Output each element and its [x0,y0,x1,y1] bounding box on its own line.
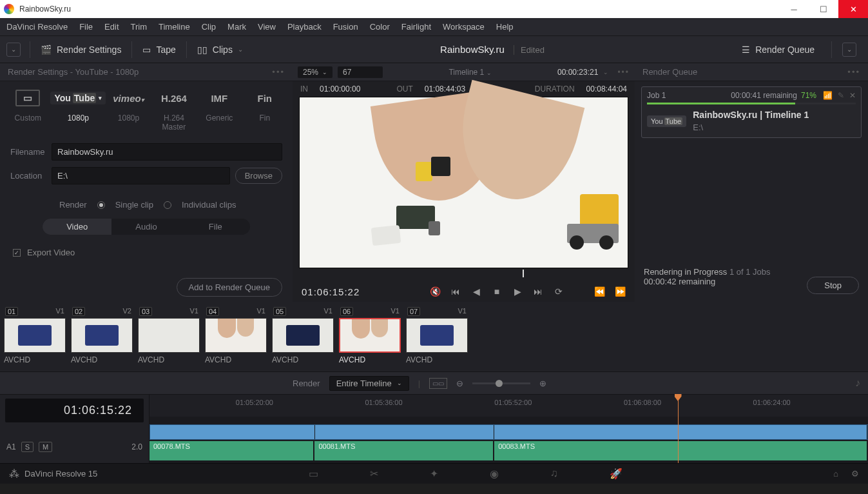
clip-thumb-01[interactable]: 01V1AVCHD [4,307,66,366]
first-frame-icon[interactable]: ⏮ [450,286,461,297]
close-icon[interactable]: ✕ [849,91,856,100]
clip-thumb-03[interactable]: 03V1AVCHD [138,307,200,366]
tab-video[interactable]: Video [43,219,111,235]
tape-icon: ▭ [142,44,151,55]
timeline-tracks[interactable]: 01:05:20:0001:05:36:0001:05:52:0001:06:0… [149,395,868,463]
stop-icon[interactable]: ■ [491,286,503,297]
menu-fairlight[interactable]: Fairlight [401,22,431,32]
last-frame-icon[interactable]: ⏭ [532,286,544,297]
menu-workspace[interactable]: Workspace [443,22,485,32]
scrubber[interactable] [299,270,628,281]
menu-fusion[interactable]: Fusion [333,22,358,32]
mute-icon[interactable]: 🔇 [429,286,441,297]
preview-viewport[interactable] [299,97,628,268]
timeline-dropdown[interactable]: Timeline 1 ⌄ [388,68,552,77]
preset-youtube[interactable]: YouTube▾1080p [50,89,106,132]
menu-view[interactable]: View [258,22,276,32]
tab-audio[interactable]: Audio [111,219,180,235]
prev-clip-icon[interactable]: ⏪ [593,286,605,297]
mute-button[interactable]: M [39,442,52,452]
maximize-button[interactable]: ☐ [809,0,838,18]
render-scope-dropdown[interactable]: Entire Timeline⌄ [329,376,409,391]
video-track[interactable] [149,424,868,440]
single-clip-radio[interactable] [97,201,105,209]
deliver-page-icon[interactable]: 🚀 [610,468,622,480]
menu-clip[interactable]: Clip [202,22,216,32]
tape-button[interactable]: ▭ Tape [136,42,182,57]
stop-button[interactable]: Stop [807,277,859,294]
minimize-button[interactable]: ─ [779,0,809,18]
individual-clips-radio[interactable] [164,201,171,209]
location-input[interactable] [52,167,230,184]
clip-thumb-04[interactable]: 04V1AVCHD [205,307,267,366]
add-to-queue-button[interactable]: Add to Render Queue [177,278,282,297]
fairlight-page-icon[interactable]: ♫ [550,468,558,480]
home-icon[interactable]: ⌂ [833,469,838,479]
clip-thumb-07[interactable]: 07V1AVCHD [406,307,468,366]
audio-clip[interactable]: 00083.MTS [494,441,868,460]
tab-file[interactable]: File [181,219,250,235]
render-queue-header: Render Queue••• [635,63,868,81]
play-reverse-icon[interactable]: ◀ [470,286,482,297]
loop-icon[interactable]: ⟳ [553,286,564,297]
solo-button[interactable]: S [21,442,34,452]
render-queue-button[interactable]: ☰ Render Queue [735,42,821,57]
clip-thumb-02[interactable]: 02V2AVCHD [71,307,133,366]
chevron-down-icon[interactable]: ⌄ [603,69,608,75]
toolbar-expand-right[interactable]: ⌄ [842,43,856,57]
menu-timeline[interactable]: Timeline [159,22,190,32]
next-clip-icon[interactable]: ⏩ [614,286,626,297]
menu-edit[interactable]: Edit [104,22,119,32]
menu-help[interactable]: Help [496,22,514,32]
export-video-checkbox[interactable]: ✓ [13,249,21,257]
play-icon[interactable]: ▶ [512,286,523,297]
menu-playback[interactable]: Playback [287,22,322,32]
zoom-in-icon[interactable]: ⊕ [539,379,546,388]
clips-icon: ▯▯ [197,44,207,55]
fusion-page-icon[interactable]: ✦ [430,468,438,480]
clips-button[interactable]: ▯▯ Clips ⌄ [191,42,249,57]
clip-thumb-05[interactable]: 05V1AVCHD [272,307,334,366]
settings-icon[interactable]: ⚙ [851,469,859,479]
panel-menu-icon[interactable]: ••• [272,67,285,77]
audio-clip[interactable]: 00078.MTS [149,441,314,460]
render-settings-button[interactable]: 🎬 Render Settings [34,42,128,57]
browse-button[interactable]: Browse [235,168,282,184]
clapper-icon: 🎬 [41,44,52,55]
zoom-out-icon[interactable]: ⊖ [456,379,463,388]
render-job[interactable]: Job 1 00:00:41 remaining 71% 📶 ✎ ✕ YouTu… [641,86,862,138]
audio-track[interactable]: 00078.MTS00081.MTS00083.MTS [149,441,868,460]
edit-icon[interactable]: ✎ [838,91,844,100]
filename-input[interactable] [52,143,282,161]
viewer-menu-icon[interactable]: ••• [617,68,630,77]
zoom-slider[interactable] [472,382,530,384]
render-scope-label: Render [293,379,320,388]
audio-clip[interactable]: 00081.MTS [314,441,494,460]
color-page-icon[interactable]: ◉ [490,468,499,480]
menu-davinci-resolve[interactable]: DaVinci Resolve [6,22,68,32]
youtube-badge-icon: YouTube [647,115,686,127]
menu-file[interactable]: File [79,22,93,32]
preset-final[interactable]: FinFin [242,89,287,132]
music-icon[interactable]: ♪ [855,377,860,389]
menu-mark[interactable]: Mark [227,22,246,32]
window-titlebar: RainbowSky.ru ─ ☐ ✕ [0,0,868,18]
media-page-icon[interactable]: ▭ [309,468,318,480]
thumbnails-icon[interactable]: ▭▭ [429,378,447,389]
preset-imf[interactable]: IMFGeneric [197,89,242,132]
preset-custom[interactable]: ▭Custom [5,89,50,132]
frame-field[interactable]: 67 [338,66,383,78]
playhead[interactable] [678,395,679,463]
menu-color[interactable]: Color [370,22,390,32]
clip-thumb-06[interactable]: 06V1AVCHD [339,307,401,366]
close-button[interactable]: ✕ [838,0,868,18]
preset-vimeo[interactable]: vimeo▾1080p [106,89,151,132]
queue-menu-icon[interactable]: ••• [847,67,860,77]
zoom-dropdown[interactable]: 25%⌄ [298,66,333,78]
audio-track-header[interactable]: A1 S M 2.0 [0,439,149,455]
preset-h264[interactable]: H.264H.264 Master [151,89,197,132]
menu-trim[interactable]: Trim [131,22,148,32]
edit-page-icon[interactable]: ✂ [370,468,378,480]
toolbar-expand-left[interactable]: ⌄ [6,43,21,57]
wifi-icon: 📶 [823,91,833,100]
